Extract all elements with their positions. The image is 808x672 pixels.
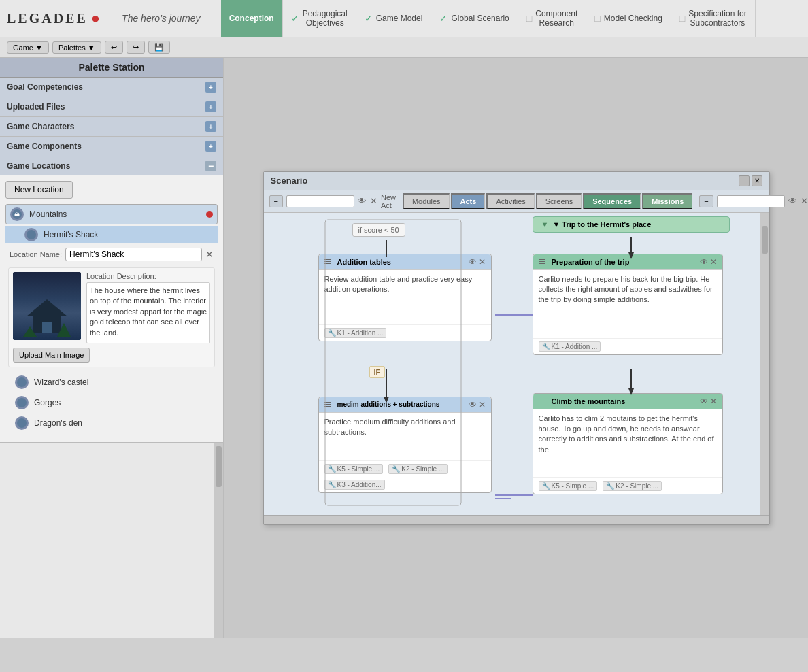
uploaded-icon[interactable]: + <box>205 101 216 112</box>
location-item-dragons-den[interactable]: Dragon's den <box>11 414 212 433</box>
act-close-icon[interactable]: ✕ <box>370 196 377 206</box>
save-button[interactable]: 💾 <box>148 41 170 54</box>
node-4-close-btn[interactable]: ✕ <box>710 397 717 406</box>
node-4-tag-1-label: K5 - Simple ... <box>552 482 594 490</box>
workflow-model-checking[interactable]: □ Model Checking <box>586 0 671 37</box>
location-item-mountains[interactable]: 🏔 Mountains <box>5 204 218 224</box>
workflow-pedagogical[interactable]: ✓ PedagogicalObjectives <box>283 0 356 37</box>
game-button[interactable]: Game ▼ <box>7 41 49 54</box>
workflow-game-model[interactable]: ✓ Game Model <box>356 0 432 37</box>
node-4-eye-btn[interactable]: 👁 <box>700 397 708 406</box>
node-2-tag-1: 🔧 K5 - Simple ... <box>324 464 384 474</box>
model-checking-check: □ <box>594 13 600 24</box>
workflow-component-research[interactable]: □ ComponentResearch <box>518 0 587 37</box>
characters-icon[interactable]: + <box>205 121 216 132</box>
svg-rect-5 <box>42 322 52 333</box>
section-header-goal[interactable]: Goal Competencies + <box>0 78 223 97</box>
tag-icon-3: 🔧 <box>542 343 550 350</box>
seq-search-eye-icon[interactable]: 👁 <box>788 196 797 206</box>
component-research-label: ComponentResearch <box>535 9 577 29</box>
pedagogical-check: ✓ <box>291 13 299 24</box>
tab-sequences[interactable]: Sequences <box>583 193 641 209</box>
window-close-btn[interactable]: ✕ <box>752 175 762 186</box>
node-2-eye-btn[interactable]: 👁 <box>469 400 477 409</box>
dragons-den-name: Dragon's den <box>34 418 82 428</box>
workflow-specification[interactable]: □ Specification forSubcontractors <box>671 0 756 37</box>
scenario-canvas[interactable]: if score < 50 <box>264 213 760 515</box>
tab-acts[interactable]: Acts <box>451 193 486 209</box>
node-addition-tables-body: Review addition table and practice very … <box>319 270 491 324</box>
conception-label: Conception <box>229 14 274 23</box>
location-name-label: Location Name: <box>10 250 62 258</box>
location-desc-area: Location Description: The house where th… <box>86 272 210 343</box>
section-header-characters[interactable]: Game Characters + <box>0 117 223 136</box>
dragons-den-icon <box>15 416 29 430</box>
node-3-close-btn[interactable]: ✕ <box>710 257 717 267</box>
node-1-close-btn[interactable]: ✕ <box>479 257 486 267</box>
node-4-tag-2-label: K2 - Simple ... <box>616 482 658 490</box>
node-3-eye-btn[interactable]: 👁 <box>700 257 708 267</box>
game-model-label: Game Model <box>376 14 423 23</box>
location-name-close-btn[interactable]: ✕ <box>205 249 214 260</box>
tab-screens[interactable]: Screens <box>536 193 582 209</box>
node-preparation-header: Preparation of the trip 👁 ✕ <box>533 254 722 270</box>
workflow-global-scenario[interactable]: ✓ Global Scenario <box>431 0 518 37</box>
tab-activities[interactable]: Activities <box>486 193 534 209</box>
zoom-minus-right-btn[interactable]: − <box>699 195 713 207</box>
tab-modules[interactable]: Modules <box>403 193 450 209</box>
new-location-button[interactable]: New Location <box>5 181 73 199</box>
location-item-hermits-shack[interactable]: Hermit's Shack <box>5 226 218 243</box>
if-connector: IF <box>369 366 386 378</box>
goal-icon[interactable]: + <box>205 82 216 93</box>
section-game-characters: Game Characters + <box>0 117 223 137</box>
node-climb-header: Climb the mountains 👁 ✕ <box>533 394 722 409</box>
scenario-hscroll[interactable] <box>264 515 769 524</box>
node-medium-footer: 🔧 K5 - Simple ... 🔧 K2 - Simple ... 🔧 K3… <box>319 460 491 492</box>
node-medium-body: Practice medium difficulty additions and… <box>319 413 491 460</box>
left-scroll-thumb <box>216 446 222 487</box>
node-4-tag-1: 🔧 K5 - Simple ... <box>539 481 598 491</box>
act-search-input[interactable] <box>286 195 354 207</box>
redo-button[interactable]: ↪ <box>127 41 145 54</box>
seq-search-input[interactable] <box>717 195 785 207</box>
tab-missions[interactable]: Missions <box>642 193 692 209</box>
section-header-components[interactable]: Game Components + <box>0 137 223 156</box>
zoom-minus-btn[interactable]: − <box>269 195 283 207</box>
left-panel-scrollbar[interactable] <box>214 443 223 638</box>
scenario-toolbar: − 👁 ✕ New Act Modules Acts Activities Sc… <box>264 190 769 213</box>
locations-collapse-icon[interactable]: − <box>205 161 216 171</box>
flow-node-climb: Climb the mountains 👁 ✕ Carlito has to c… <box>533 393 723 494</box>
node-climb-title: Climb the mountains <box>552 397 626 405</box>
node-1-eye-btn[interactable]: 👁 <box>469 257 477 267</box>
svg-text:🏔: 🏔 <box>14 212 20 218</box>
node-1-tag-1-label: K1 - Addition ... <box>337 329 384 337</box>
components-icon[interactable]: + <box>205 141 216 152</box>
undo-button[interactable]: ↩ <box>105 41 123 54</box>
section-game-components: Game Components + <box>0 137 223 156</box>
section-game-locations: Game Locations − New Location 🏔 Mountain… <box>0 156 223 443</box>
location-item-gorges[interactable]: Gorges <box>11 393 212 412</box>
section-header-uploaded[interactable]: Uploaded Files + <box>0 97 223 116</box>
node-1-controls: 👁 ✕ <box>469 257 486 267</box>
location-name-input[interactable] <box>65 248 202 261</box>
svg-point-2 <box>27 230 36 239</box>
section-header-locations[interactable]: Game Locations − <box>0 156 223 175</box>
palettes-button[interactable]: Palettes ▼ <box>52 41 101 54</box>
node-preparation-title: Preparation of the trip <box>552 258 630 266</box>
node-addition-tables-header: Addition tables 👁 ✕ <box>319 254 491 270</box>
game-locations-label: Game Locations <box>7 161 70 171</box>
workflow-conception[interactable]: Conception <box>221 0 283 37</box>
gorges-icon <box>15 396 29 409</box>
canvas-scrollbar-v[interactable] <box>760 213 769 515</box>
specification-label: Specification forSubcontractors <box>688 9 746 29</box>
upload-main-image-button[interactable]: Upload Main Image <box>13 348 90 363</box>
act-search-eye-icon[interactable]: 👁 <box>358 196 367 206</box>
location-item-wizards-castel[interactable]: Wizard's castel <box>11 373 212 392</box>
section-uploaded-files: Uploaded Files + <box>0 97 223 117</box>
window-minimize-btn[interactable]: _ <box>739 175 750 186</box>
global-scenario-check: ✓ <box>439 13 448 24</box>
seq-close-icon[interactable]: ✕ <box>801 196 808 206</box>
location-image <box>13 272 81 340</box>
node-1-tag-1: 🔧 K1 - Addition ... <box>324 328 387 338</box>
node-2-close-btn[interactable]: ✕ <box>479 400 486 409</box>
